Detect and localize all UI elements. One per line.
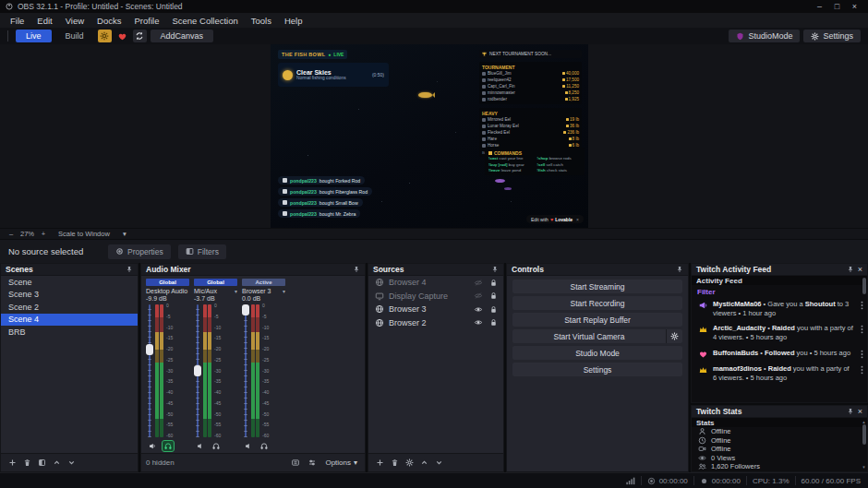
add-scene-button[interactable] xyxy=(6,457,18,470)
menu-item[interactable]: View xyxy=(59,13,90,28)
volume-slider[interactable] xyxy=(194,304,201,438)
lock-icon[interactable] xyxy=(489,292,498,300)
start-replay-buffer-button[interactable]: Start Replay Buffer xyxy=(512,313,682,327)
badge-close-icon[interactable]: × xyxy=(576,217,579,222)
menu-item[interactable]: Help xyxy=(278,13,309,28)
scene-item[interactable]: Scene 4 xyxy=(1,314,138,327)
settings-button[interactable]: Settings xyxy=(803,30,861,42)
source-item[interactable]: Browser 2 xyxy=(368,316,503,330)
move-source-up-button[interactable] xyxy=(417,457,430,470)
dock-pin-icon[interactable] xyxy=(353,266,360,273)
visibility-toggle[interactable] xyxy=(474,305,483,314)
move-source-down-button[interactable] xyxy=(432,457,445,470)
menu-item[interactable]: Docks xyxy=(90,13,127,28)
virtual-camera-config-button[interactable] xyxy=(667,329,682,343)
lock-icon[interactable] xyxy=(489,305,498,314)
channel-name-dropdown[interactable]: Browser 3▾ xyxy=(242,286,285,295)
scale-to-window-dropdown[interactable]: Scale to Window ▾ xyxy=(58,230,127,238)
canvas-tab-live[interactable]: Live xyxy=(16,30,52,42)
dock-close-icon[interactable]: × xyxy=(858,265,862,274)
lock-icon[interactable] xyxy=(489,318,498,327)
add-source-button[interactable] xyxy=(373,457,386,470)
canvas-gear-button[interactable] xyxy=(98,30,112,42)
volume-slider[interactable] xyxy=(242,304,249,438)
menu-item[interactable]: File xyxy=(4,13,30,28)
activity-filter-link[interactable]: Filter xyxy=(697,288,862,296)
canvas-tab-build[interactable]: Build xyxy=(55,30,94,42)
dock-pin-icon[interactable] xyxy=(491,266,499,273)
stats-dock-header[interactable]: Twitch Stats × xyxy=(692,406,867,418)
zoom-out-button[interactable]: – xyxy=(6,230,16,238)
move-scene-up-button[interactable] xyxy=(50,457,63,470)
mute-button[interactable] xyxy=(195,441,206,451)
controls-dock-header[interactable]: Controls xyxy=(507,264,688,276)
close-button[interactable]: × xyxy=(847,1,862,12)
meter-layout-button[interactable] xyxy=(289,457,302,470)
mixer-options-dropdown[interactable]: Options ▾ xyxy=(322,458,360,467)
zoom-in-button[interactable]: + xyxy=(39,230,48,238)
scene-item[interactable]: Scene xyxy=(1,276,138,289)
source-item[interactable]: Browser 3 xyxy=(368,303,503,316)
dock-close-icon[interactable]: × xyxy=(858,407,862,416)
visibility-toggle[interactable] xyxy=(474,279,483,287)
dock-pin-icon[interactable] xyxy=(847,266,854,273)
lovable-badge[interactable]: Edit with ♥ Lovable × xyxy=(526,215,584,223)
source-item[interactable]: Display Capture xyxy=(368,290,503,304)
maximize-button[interactable]: □ xyxy=(829,1,845,12)
scene-item[interactable]: Scene 3 xyxy=(1,289,138,302)
minimize-button[interactable]: – xyxy=(812,1,827,12)
scrollbar-thumb[interactable] xyxy=(862,278,866,294)
preview-canvas[interactable]: THE FISH BOWL ● LIVE Clear Skies Normal … xyxy=(271,44,588,228)
studio-mode-toggle-button[interactable]: Studio Mode xyxy=(512,346,682,360)
move-scene-down-button[interactable] xyxy=(65,457,78,470)
monitor-headphones-button[interactable] xyxy=(211,441,222,451)
source-properties-button[interactable] xyxy=(403,457,416,470)
channel-name-dropdown[interactable]: Desktop Audio▾ xyxy=(146,286,189,295)
menu-item[interactable]: Edit xyxy=(30,13,58,28)
properties-button[interactable]: Properties xyxy=(108,244,171,259)
dock-pin-icon[interactable] xyxy=(676,266,683,273)
sync-button[interactable] xyxy=(133,30,147,42)
volume-slider-handle[interactable] xyxy=(146,344,153,355)
studio-mode-button[interactable]: StudioMode xyxy=(729,30,800,42)
volume-slider[interactable] xyxy=(146,304,153,438)
add-canvas-button[interactable]: AddCanvas xyxy=(151,30,214,42)
scenes-dock-header[interactable]: Scenes xyxy=(1,264,138,276)
mixer-dock-header[interactable]: Audio Mixer xyxy=(141,264,365,276)
monitor-headphones-button[interactable] xyxy=(163,441,174,451)
scene-item[interactable]: Scene 2 xyxy=(1,301,138,314)
visibility-toggle[interactable] xyxy=(474,292,483,300)
advanced-audio-button[interactable] xyxy=(306,457,319,470)
mute-button[interactable] xyxy=(147,441,158,451)
start-virtual-camera-button[interactable]: Start Virtual Camera xyxy=(512,329,667,343)
channel-name-dropdown[interactable]: Mic/Aux▾ xyxy=(194,286,237,295)
visibility-toggle[interactable] xyxy=(474,318,483,327)
menu-item[interactable]: Tools xyxy=(245,13,278,28)
remove-scene-button[interactable] xyxy=(20,457,33,470)
menu-item[interactable]: Profile xyxy=(128,13,166,28)
monitor-headphones-button[interactable] xyxy=(259,441,270,451)
scrollbar-thumb[interactable] xyxy=(862,424,866,445)
meter-tick-label: -25 xyxy=(166,358,173,363)
activity-dock-header[interactable]: Twitch Activity Feed × xyxy=(692,264,867,276)
source-item[interactable]: Browser 4 xyxy=(368,276,503,290)
activity-scrollbar[interactable] xyxy=(862,278,866,400)
start-recording-button[interactable]: Start Recording xyxy=(512,296,682,310)
sources-dock-header[interactable]: Sources xyxy=(368,264,503,276)
mute-button[interactable] xyxy=(243,441,254,451)
start-streaming-button[interactable]: Start Streaming xyxy=(512,280,682,293)
dock-pin-icon[interactable] xyxy=(126,266,133,273)
filters-button[interactable]: Filters xyxy=(178,244,226,259)
scroll-down-icon[interactable]: ▾ xyxy=(862,465,865,470)
menu-item[interactable]: Scene Collection xyxy=(165,13,244,28)
volume-slider-handle[interactable] xyxy=(242,304,249,315)
settings-open-button[interactable]: Settings xyxy=(512,363,682,376)
stats-scrollbar[interactable]: ▴ ▾ xyxy=(862,420,866,470)
scene-filters-button[interactable] xyxy=(35,457,48,470)
lock-icon[interactable] xyxy=(489,279,498,287)
remove-source-button[interactable] xyxy=(388,457,401,470)
volume-slider-handle[interactable] xyxy=(194,365,201,376)
support-heart-button[interactable] xyxy=(115,30,129,42)
scene-item[interactable]: BRB xyxy=(1,326,138,339)
dock-pin-icon[interactable] xyxy=(847,408,854,415)
